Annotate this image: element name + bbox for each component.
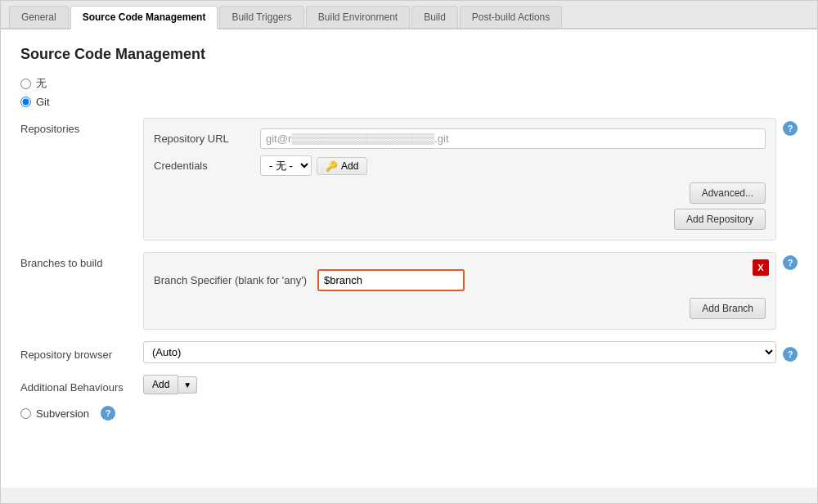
page-title: Source Code Management (20, 46, 798, 63)
repo-browser-select[interactable]: (Auto) (143, 341, 776, 363)
branch-buttons: Add Branch (154, 298, 766, 319)
tab-build-env[interactable]: Build Environment (306, 6, 410, 28)
add-branch-button[interactable]: Add Branch (690, 298, 766, 319)
radio-git-label[interactable]: Git (36, 96, 50, 108)
branches-help-icon[interactable]: ? (783, 255, 798, 270)
repo-browser-label: Repository browser (20, 344, 143, 361)
radio-none-item: 无 (20, 76, 798, 91)
tab-scm[interactable]: Source Code Management (70, 6, 218, 29)
repo-browser-help-icon[interactable]: ? (783, 347, 798, 362)
tab-general[interactable]: General (9, 6, 69, 28)
branches-section: Branches to build X Branch Specifier (bl… (20, 252, 798, 330)
branch-specifier-input[interactable] (317, 269, 465, 291)
add-behaviour-button[interactable]: Add (143, 375, 178, 394)
additional-behaviours-section: Additional Behaviours Add ▼ (20, 375, 798, 394)
repo-browser-section: Repository browser (Auto) ? (20, 341, 798, 363)
subversion-help-icon[interactable]: ? (101, 406, 115, 421)
branches-content: X Branch Specifier (blank for 'any') Add… (143, 252, 776, 330)
radio-group: 无 Git (20, 76, 798, 108)
repositories-content: Repository URL Credentials - 无 - 🔑 Add (143, 118, 776, 241)
credentials-select[interactable]: - 无 - (260, 155, 312, 176)
additional-behaviours-label: Additional Behaviours (20, 376, 143, 394)
advanced-button[interactable]: Advanced... (690, 182, 766, 204)
key-icon: 🔑 (326, 160, 338, 172)
credentials-add-button[interactable]: 🔑 Add (317, 157, 367, 175)
repo-url-label: Repository URL (154, 133, 260, 145)
subversion-label[interactable]: Subversion (36, 407, 89, 420)
repo-url-row: Repository URL (154, 128, 766, 149)
radio-subversion[interactable] (20, 408, 31, 419)
tab-post-build[interactable]: Post-build Actions (460, 6, 562, 28)
repositories-label: Repositories (20, 118, 143, 135)
radio-none-label[interactable]: 无 (36, 76, 47, 91)
add-repository-button[interactable]: Add Repository (674, 209, 766, 230)
radio-git-item: Git (20, 96, 798, 108)
repositories-section: Repositories Repository URL Credentials … (20, 118, 798, 241)
radio-none[interactable] (20, 79, 31, 89)
delete-branch-button[interactable]: X (753, 259, 769, 276)
add-behaviour-dropdown: Add ▼ (143, 375, 197, 394)
add-behaviour-arrow[interactable]: ▼ (178, 376, 197, 394)
branch-specifier-row: Branch Specifier (blank for 'any') (154, 269, 766, 291)
tab-build[interactable]: Build (411, 6, 458, 28)
branch-specifier-label: Branch Specifier (blank for 'any') (154, 274, 317, 286)
tab-bar: General Source Code Management Build Tri… (1, 1, 817, 29)
repo-url-input[interactable] (260, 128, 766, 149)
credentials-row: Credentials - 无 - 🔑 Add (154, 155, 766, 176)
subversion-row: Subversion ? (20, 406, 798, 429)
tab-build-triggers[interactable]: Build Triggers (219, 6, 303, 28)
branches-label: Branches to build (20, 252, 143, 269)
credentials-label: Credentials (154, 160, 260, 172)
page-content: Source Code Management 无 Git Repositorie… (1, 29, 817, 488)
section-buttons: Advanced... Add Repository (154, 182, 766, 230)
radio-git[interactable] (20, 97, 31, 107)
repositories-help-icon[interactable]: ? (783, 121, 798, 136)
